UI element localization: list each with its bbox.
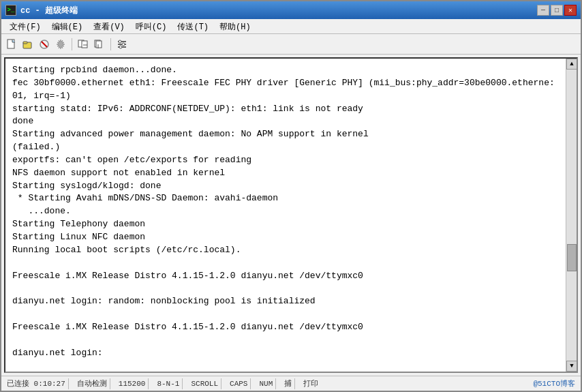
toolbar [1,34,581,55]
terminal-output[interactable]: Starting rpcbind daemon...done. fec 30bf… [5,59,566,372]
scroll-up-button[interactable]: ▲ [566,59,577,70]
scroll-thumb[interactable] [567,244,577,271]
svg-point-15 [119,40,121,43]
status-caps: CAPS [227,378,251,389]
status-attribution: @51CTO博客 [533,378,578,389]
maximize-button[interactable]: □ [551,5,563,16]
svg-rect-7 [82,41,87,48]
close-button[interactable]: ✕ [564,5,577,16]
main-window: >_ cc - 超级终端 ─ □ ✕ 文件(F) 编辑(E) 查看(V) 呼叫(… [0,0,582,392]
title-bar-left: >_ cc - 超级终端 [5,5,78,16]
title-bar: >_ cc - 超级终端 ─ □ ✕ [1,1,581,19]
toolbar-disconnect-button[interactable] [37,37,52,52]
scroll-down-button[interactable]: ▼ [566,361,577,372]
svg-line-4 [42,42,47,47]
svg-rect-10 [96,41,102,48]
toolbar-separator-2 [110,38,111,50]
status-detection: 自动检测 [74,378,110,389]
status-print: 打印 [301,378,321,389]
scroll-track[interactable] [566,70,577,361]
scrollbar[interactable]: ▲ ▼ [566,59,577,372]
menu-bar: 文件(F) 编辑(E) 查看(V) 呼叫(C) 传送(T) 帮助(H) [1,19,581,34]
menu-file[interactable]: 文件(F) [4,20,46,32]
svg-point-16 [122,43,125,46]
toolbar-new-button[interactable] [4,37,19,52]
svg-rect-2 [23,42,27,44]
status-baudrate: 115200 [116,378,149,389]
terminal-wrapper: Starting rpcbind daemon...done. fec 30bf… [4,57,578,373]
menu-view[interactable]: 查看(V) [88,20,130,32]
svg-point-17 [119,46,122,48]
toolbar-sendfile-button[interactable] [76,37,91,52]
status-params: 8-N-1 [154,378,183,389]
status-num: NUM [256,378,276,389]
menu-transfer[interactable]: 传送(T) [172,20,214,32]
menu-edit[interactable]: 编辑(E) [46,20,89,32]
minimize-button[interactable]: ─ [537,5,549,16]
menu-help[interactable]: 帮助(H) [214,20,256,32]
app-icon: >_ [5,5,16,16]
status-connection: 已连接 0:10:27 [4,378,69,389]
menu-call[interactable]: 呼叫(C) [130,20,172,32]
toolbar-open-button[interactable] [20,37,35,52]
title-bar-controls: ─ □ ✕ [537,5,577,16]
toolbar-separator-1 [72,38,72,50]
status-scroll: SCROLL [188,378,221,389]
status-left: 已连接 0:10:27 自动检测 115200 8-N-1 SCROLL CAP… [4,378,321,389]
toolbar-settings-button[interactable] [114,37,129,52]
status-bar: 已连接 0:10:27 自动检测 115200 8-N-1 SCROLL CAP… [1,376,581,391]
toolbar-receivefile-button[interactable] [92,37,107,52]
status-capture: 捕 [281,378,295,389]
toolbar-properties-button[interactable] [53,37,68,52]
window-title: cc - 超级终端 [20,5,78,16]
